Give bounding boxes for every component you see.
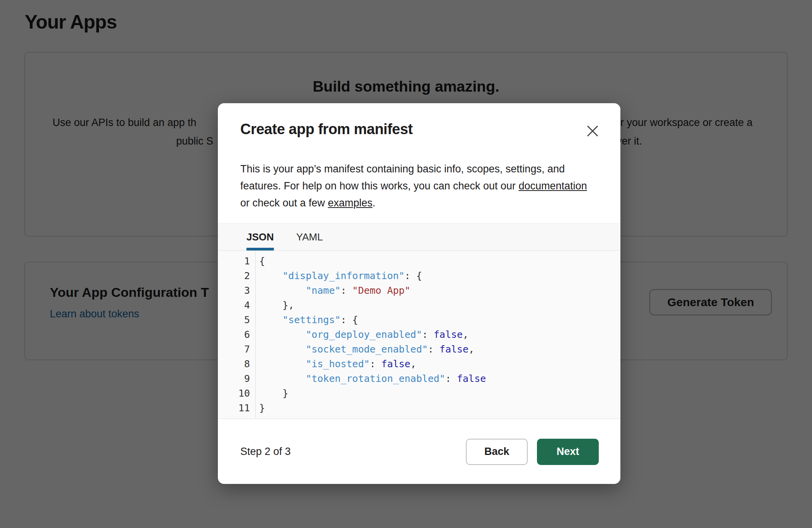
code-line: 7 "socket_mode_enabled": false, [218, 342, 620, 357]
code-line: 9 "token_rotation_enabled": false [218, 371, 620, 386]
line-number: 4 [218, 298, 255, 313]
code-line: 4 }, [218, 298, 620, 313]
description-text: This is your app’s manifest containing b… [240, 163, 565, 192]
tab-json[interactable]: JSON [246, 223, 274, 250]
line-number: 9 [218, 371, 255, 386]
code-line: 2 "display_information": { [218, 269, 620, 283]
manifest-code[interactable]: 1{2 "display_information": {3 "name": "D… [218, 251, 620, 419]
manifest-tabs: JSONYAML [218, 223, 620, 251]
modal-header: Create app from manifest [218, 103, 620, 138]
step-indicator: Step 2 of 3 [240, 446, 291, 458]
manifest-editor-section: JSONYAML 1{2 "display_information": {3 "… [218, 223, 620, 419]
line-number: 5 [218, 313, 255, 327]
code-line: 8 "is_hosted": false, [218, 357, 620, 371]
line-number: 10 [218, 386, 255, 401]
next-button[interactable]: Next [537, 439, 599, 465]
code-line: 11} [218, 401, 620, 416]
documentation-link[interactable]: documentation [518, 180, 587, 192]
tab-yaml[interactable]: YAML [296, 223, 323, 250]
line-number: 8 [218, 357, 255, 371]
line-number: 1 [218, 254, 255, 269]
code-line: 6 "org_deploy_enabled": false, [218, 327, 620, 342]
close-icon [586, 124, 600, 138]
line-number: 6 [218, 327, 255, 342]
code-line: 3 "name": "Demo App" [218, 283, 620, 298]
back-button[interactable]: Back [466, 439, 528, 465]
footer-buttons: Back Next [466, 439, 599, 465]
line-number: 3 [218, 283, 255, 298]
your-apps-page: Your Apps Build something amazing. Use o… [0, 0, 812, 528]
modal-title: Create app from manifest [240, 121, 599, 138]
description-text: or check out a few [240, 197, 328, 209]
line-number: 2 [218, 269, 255, 283]
code-line: 5 "settings": { [218, 313, 620, 327]
modal-description: This is your app’s manifest containing b… [218, 148, 620, 211]
code-line: 1{ [218, 254, 620, 269]
description-text: . [372, 197, 375, 209]
create-app-from-manifest-modal: Create app from manifest This is your ap… [218, 103, 620, 484]
close-button[interactable] [584, 123, 601, 140]
modal-footer: Step 2 of 3 Back Next [218, 419, 620, 484]
line-number: 11 [218, 401, 255, 416]
code-line: 10 } [218, 386, 620, 401]
line-number: 7 [218, 342, 255, 357]
examples-link[interactable]: examples [328, 197, 373, 209]
